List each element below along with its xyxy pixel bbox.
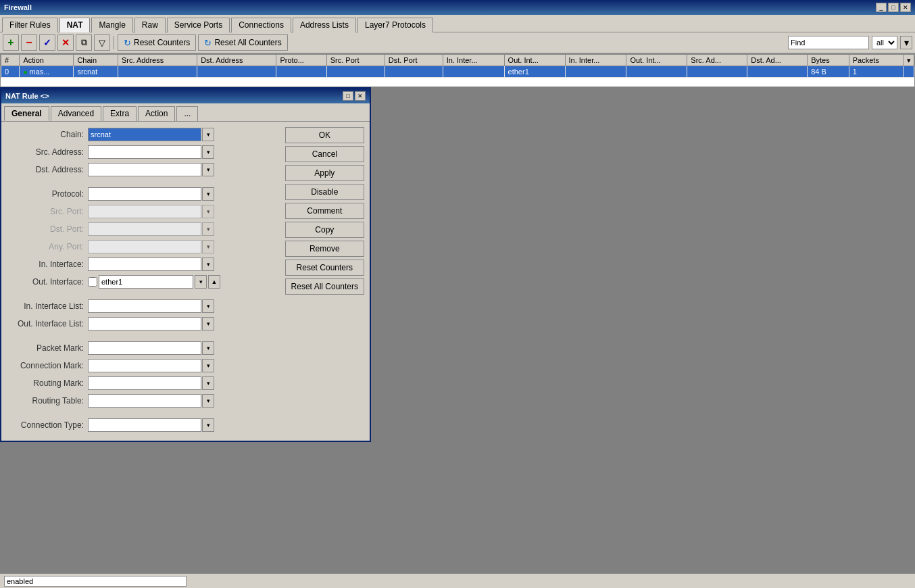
routing-mark-dropdown-button[interactable]: ▾ bbox=[202, 376, 214, 390]
packet-mark-input[interactable] bbox=[88, 341, 201, 355]
col-num: # bbox=[1, 55, 20, 66]
dst-port-input[interactable] bbox=[88, 222, 201, 236]
cancel-button[interactable]: Cancel bbox=[285, 146, 364, 162]
connection-type-input[interactable] bbox=[88, 418, 201, 432]
out-interface-checkbox[interactable] bbox=[88, 277, 97, 287]
in-interface-list-input-group: ▾ bbox=[88, 299, 214, 313]
in-interface-list-dropdown-button[interactable]: ▾ bbox=[202, 299, 214, 313]
minus-icon: − bbox=[26, 36, 32, 49]
nat-dialog-body: Chain: ▾ Src. Address: ▾ Dst. bbox=[1, 122, 370, 441]
dst-port-dropdown-button[interactable]: ▾ bbox=[202, 222, 214, 236]
spacer4 bbox=[7, 411, 280, 418]
out-interface-list-dropdown-button[interactable]: ▾ bbox=[202, 317, 214, 330]
any-port-dropdown-button[interactable]: ▾ bbox=[202, 240, 214, 253]
remove-rule-button[interactable]: − bbox=[21, 34, 37, 51]
in-interface-list-input[interactable] bbox=[88, 299, 201, 313]
routing-mark-input[interactable] bbox=[88, 376, 201, 390]
connection-mark-dropdown-button[interactable]: ▾ bbox=[202, 359, 214, 372]
routing-mark-input-group: ▾ bbox=[88, 376, 214, 390]
protocol-input[interactable] bbox=[88, 187, 201, 201]
reset-all-counters-toolbar-button[interactable]: ↻ Reset All Counters bbox=[198, 34, 287, 51]
out-interface-dropdown-button[interactable]: ▾ bbox=[195, 275, 207, 289]
src-port-input[interactable] bbox=[88, 205, 201, 218]
cell-in-inter bbox=[443, 66, 504, 78]
copy-button[interactable]: Copy bbox=[285, 222, 364, 238]
in-interface-input[interactable] bbox=[88, 258, 201, 271]
out-interface-input[interactable] bbox=[99, 275, 193, 289]
nat-tab-advanced[interactable]: Advanced bbox=[51, 106, 101, 121]
tab-nat[interactable]: NAT bbox=[59, 18, 91, 32]
find-scope-select[interactable]: all bbox=[872, 36, 897, 49]
out-interface-up-button[interactable]: ▲ bbox=[208, 275, 220, 289]
src-address-label: Src. Address: bbox=[7, 147, 88, 157]
maximize-button[interactable]: □ bbox=[888, 3, 899, 12]
nat-tab-action[interactable]: Action bbox=[138, 106, 175, 121]
table-row[interactable]: 0 ● mas... srcnat ether1 84 B 1 bbox=[1, 66, 914, 78]
reset-counters-button[interactable]: Reset Counters bbox=[285, 260, 364, 276]
in-interface-input-group: ▾ bbox=[88, 258, 214, 271]
col-in-inter: In. Inter... bbox=[443, 55, 504, 66]
nat-tab-more[interactable]: ... bbox=[176, 106, 198, 121]
src-port-dropdown-button[interactable]: ▾ bbox=[202, 205, 214, 218]
connection-type-input-group: ▾ bbox=[88, 418, 214, 432]
nat-dialog-restore-button[interactable]: □ bbox=[343, 91, 353, 101]
rules-table: # Action Chain Src. Address Dst. Address… bbox=[1, 54, 914, 78]
in-interface-dropdown-button[interactable]: ▾ bbox=[202, 258, 214, 271]
dst-address-input[interactable] bbox=[88, 163, 201, 176]
remove-button[interactable]: Remove bbox=[285, 241, 364, 257]
routing-table-input-group: ▾ bbox=[88, 394, 214, 408]
add-rule-button[interactable]: + bbox=[3, 34, 19, 51]
window-controls: _ □ ✕ bbox=[876, 3, 911, 12]
src-address-input[interactable] bbox=[88, 145, 201, 159]
find-dropdown-button[interactable]: ▾ bbox=[900, 36, 912, 49]
routing-table-input[interactable] bbox=[88, 394, 201, 408]
tab-connections[interactable]: Connections bbox=[231, 18, 291, 32]
protocol-dropdown-button[interactable]: ▾ bbox=[202, 187, 214, 201]
apply-button[interactable]: Apply bbox=[285, 165, 364, 181]
nat-tab-general[interactable]: General bbox=[4, 106, 49, 121]
connection-mark-row: Connection Mark: ▾ bbox=[7, 358, 280, 373]
dst-address-dropdown-button[interactable]: ▾ bbox=[202, 163, 214, 176]
reset-counters-toolbar-button[interactable]: ↻ Reset Counters bbox=[118, 34, 196, 51]
nat-tab-extra[interactable]: Extra bbox=[103, 106, 137, 121]
any-port-input-group: ▾ bbox=[88, 240, 214, 253]
reset-all-counters-label: Reset All Counters bbox=[214, 38, 281, 47]
spacer3 bbox=[7, 334, 280, 341]
col-dst-ad: Dst. Ad... bbox=[747, 55, 808, 66]
disable-button[interactable]: Disable bbox=[285, 184, 364, 200]
title-bar: Firewall _ □ ✕ bbox=[0, 0, 915, 15]
connection-mark-input[interactable] bbox=[88, 359, 201, 372]
tab-layer7[interactable]: Layer7 Protocols bbox=[357, 18, 433, 32]
col-dst-address: Dst. Address bbox=[197, 55, 276, 66]
tab-address-lists[interactable]: Address Lists bbox=[293, 18, 356, 32]
nat-dialog-close-button[interactable]: ✕ bbox=[355, 91, 366, 101]
close-button[interactable]: ✕ bbox=[900, 3, 911, 12]
find-input[interactable] bbox=[788, 36, 869, 49]
comment-button[interactable]: Comment bbox=[285, 203, 364, 219]
tab-service-ports[interactable]: Service Ports bbox=[167, 18, 230, 32]
chain-dropdown-button[interactable]: ▾ bbox=[202, 128, 214, 141]
nat-form: Chain: ▾ Src. Address: ▾ Dst. bbox=[7, 127, 280, 435]
reset-all-counters-button[interactable]: Reset All Counters bbox=[285, 278, 364, 295]
ok-button[interactable]: OK bbox=[285, 127, 364, 143]
enable-rule-button[interactable]: ✓ bbox=[39, 34, 55, 51]
col-action: Action bbox=[20, 55, 74, 66]
chain-input[interactable] bbox=[88, 128, 201, 141]
minimize-button[interactable]: _ bbox=[876, 3, 887, 12]
filter-button[interactable]: ▽ bbox=[94, 34, 110, 51]
tab-filter-rules[interactable]: Filter Rules bbox=[2, 18, 58, 32]
any-port-input[interactable] bbox=[88, 240, 201, 253]
connection-type-dropdown-button[interactable]: ▾ bbox=[202, 418, 214, 432]
disable-rule-button[interactable]: ✕ bbox=[57, 34, 74, 51]
tab-raw[interactable]: Raw bbox=[134, 18, 166, 32]
col-out-int: Out. Int... bbox=[504, 55, 565, 66]
tab-mangle[interactable]: Mangle bbox=[91, 18, 132, 32]
out-interface-label: Out. Interface: bbox=[7, 277, 88, 287]
dst-address-label: Dst. Address: bbox=[7, 165, 88, 174]
routing-table-dropdown-button[interactable]: ▾ bbox=[202, 394, 214, 408]
src-address-dropdown-button[interactable]: ▾ bbox=[202, 145, 214, 159]
out-interface-list-input[interactable] bbox=[88, 317, 201, 330]
copy-rule-button[interactable]: ⧉ bbox=[76, 34, 92, 51]
find-section: all ▾ bbox=[788, 36, 912, 49]
packet-mark-dropdown-button[interactable]: ▾ bbox=[202, 341, 214, 355]
